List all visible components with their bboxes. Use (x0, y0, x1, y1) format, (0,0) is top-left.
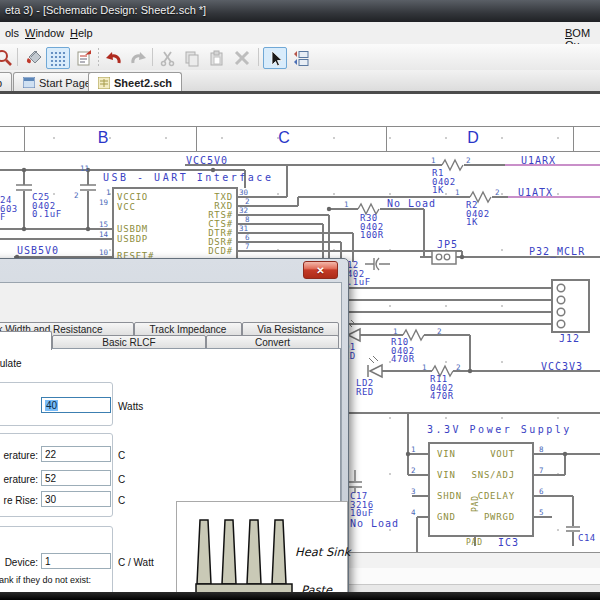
horizontal-scrollbar[interactable] (340, 552, 600, 569)
toolbar-separator (152, 48, 153, 66)
paste-button[interactable] (204, 47, 228, 69)
net-usb5v0: USB5V0 (17, 245, 59, 256)
device-input[interactable]: 1 (41, 553, 111, 569)
temp2-label: erature: (0, 474, 38, 485)
fill-icon (25, 49, 43, 67)
pin-mark: 1 (422, 363, 427, 372)
pin-mark: 2 (456, 363, 461, 372)
tab-sheet2[interactable]: Sheet2.sch (88, 72, 182, 92)
fill-button[interactable] (22, 47, 46, 69)
delete-button[interactable] (230, 47, 254, 69)
zoom-icon (0, 49, 13, 67)
tab-partial[interactable]: b (0, 72, 12, 92)
ic3-ref: IC3 (498, 537, 519, 548)
pin-name: VCC (117, 202, 136, 212)
jp5-label: JP5 (437, 239, 458, 250)
dialog-close-button[interactable]: ✕ (303, 261, 338, 279)
grid-toggle-button[interactable] (46, 47, 70, 69)
pin-number: 30 (239, 188, 248, 197)
document-tab-bar: b Start Page Sheet2.sch (0, 70, 600, 91)
r10-label: R10 0402 470R (391, 338, 415, 364)
net-u1arx: U1ARX (521, 155, 556, 166)
temp3-input[interactable]: 30 (41, 491, 111, 507)
pointer-icon (266, 49, 284, 67)
temp3-unit: C (118, 495, 125, 506)
c17-label: C17 3216 10uF (350, 492, 374, 518)
redo-icon (129, 49, 147, 67)
temp2-input[interactable]: 52 (41, 470, 111, 486)
ld2-label: LD2 RED (356, 379, 374, 396)
pin-number: 7 (245, 242, 250, 251)
app-window: eta 3) - [Schematic Design: Sheet2.sch *… (0, 0, 600, 600)
status-bar-lower (340, 585, 600, 592)
no-load-c17: No Load (350, 518, 399, 529)
tab-heat-sink-active[interactable] (0, 331, 52, 350)
heat-sink-label: Heat Sink (295, 545, 350, 559)
pin-name: VIN (437, 449, 456, 459)
pin-number: 2 (411, 466, 416, 475)
cut-button[interactable] (156, 47, 180, 69)
pin-number: 6 (245, 233, 250, 242)
pin-number: 7 (539, 466, 544, 475)
net-u1atx: U1ATX (518, 187, 553, 198)
pin-number: 15 (99, 220, 108, 229)
r1-label: R1 0402 1K (432, 169, 456, 195)
device-label: Device: (0, 557, 38, 568)
pin-mark: 11 (80, 164, 89, 173)
pin-number: 5 (539, 508, 544, 517)
component-spin-icon (291, 49, 309, 67)
c25-label: C25 0402 0.1uF (32, 193, 62, 219)
window-bottom-edge (0, 592, 600, 600)
c24-label: 24 603 F (0, 196, 18, 222)
copy-icon (183, 49, 201, 67)
copy-button[interactable] (180, 47, 204, 69)
title-bar: eta 3) - [Schematic Design: Sheet2.sch *… (0, 0, 600, 22)
tab-bar-edge (0, 91, 600, 94)
pin-number: 10 (99, 248, 108, 257)
pointer-button[interactable] (263, 47, 287, 69)
toolbar-separator (98, 48, 99, 66)
zoom-button[interactable] (0, 47, 16, 69)
heat-sink-diagram-panel: Device Heat Sink Paste Washer Paste (176, 501, 348, 600)
c14-label: C14 (578, 534, 596, 543)
status-bar (340, 568, 600, 585)
j12-label: J12 (559, 333, 580, 344)
start-page-icon (23, 77, 35, 88)
pin-mark: 1 (344, 200, 349, 209)
pin-number: 1 (411, 445, 416, 454)
grid-icon (49, 49, 67, 67)
temp3-label: re Rise: (0, 495, 38, 506)
temp1-input[interactable]: 22 (41, 446, 111, 462)
intro-text: want to calculate (0, 358, 22, 369)
calculator-dialog: ✕ rack Width and Resistance Track Impeda… (0, 258, 349, 600)
pin-mark: 2 (466, 156, 471, 165)
undo-button[interactable] (102, 47, 126, 69)
dialog-tab-page: want to calculate Power: 40 Watts eratur… (0, 348, 341, 600)
pin-number: 31 (239, 224, 248, 233)
pin-number: 8 (539, 445, 544, 454)
pin-name: VOUT (455, 449, 515, 459)
window-title: eta 3) - [Schematic Design: Sheet2.sch *… (5, 4, 206, 16)
toolbar-separator (17, 48, 18, 66)
pin-number: 14 (99, 230, 108, 239)
properties-button[interactable] (72, 47, 96, 69)
r11-label: R11 0402 470R (430, 375, 454, 401)
pin-number: 32 (239, 206, 248, 215)
menu-item-help[interactable]: Help (65, 25, 98, 41)
pin-number: 19 (99, 198, 108, 207)
pin-number: 1 (106, 188, 111, 197)
pin-name: VCCIO (117, 192, 148, 202)
component-spin-button[interactable] (288, 47, 312, 69)
no-load-r30: No Load (387, 198, 436, 209)
pin-number: 8 (245, 215, 250, 224)
pin-name: SNS/ADJ (455, 470, 515, 480)
temp1-label: erature: (0, 450, 38, 461)
temp2-unit: C (118, 474, 125, 485)
power-input[interactable]: 40 (41, 397, 111, 413)
temp1-unit: C (118, 450, 125, 461)
menu-bar: ols Window Help BOM Qu (0, 22, 600, 45)
cut-icon (159, 49, 177, 67)
redo-button[interactable] (126, 47, 150, 69)
power-unit: Watts (118, 401, 143, 412)
menu-item-window[interactable]: Window (20, 25, 69, 41)
